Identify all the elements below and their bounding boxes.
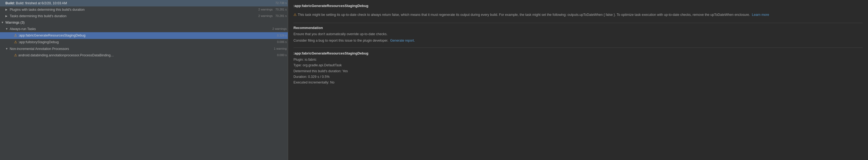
- expander-tasks: ▶: [5, 14, 10, 18]
- expander-always-run: ▼: [5, 27, 10, 31]
- fullstory-label: :app:fullstoryStagingDebug: [18, 39, 274, 45]
- main-container: Build: Build: finished at 6/2/20, 10:03 …: [0, 0, 868, 160]
- tasks-duration: 70.281 s: [273, 14, 287, 18]
- expander-plugins: ▶: [5, 7, 10, 12]
- fabric-generate-label: :app:fabricGenerateResourcesStagingDebug: [18, 33, 274, 38]
- warnings-row[interactable]: ▼ Warnings (3): [0, 19, 288, 26]
- detail-executed: Executed incrementally: No: [293, 80, 863, 85]
- databinding-duration: 0.000 s: [274, 53, 287, 58]
- rec-line-2: Consider filing a bug to report this iss…: [293, 38, 863, 43]
- expander-warnings: ▼: [1, 21, 5, 25]
- always-run-label: Always-run Tasks: [10, 26, 271, 32]
- build-header-label: Build: Build: finished at 6/2/20, 10:03 …: [5, 1, 273, 6]
- detail-duration: Duration: 0.329 s / 0.5%: [293, 74, 863, 80]
- warning-text-block: This task might be setting its up-to-dat…: [298, 12, 863, 18]
- detail-section: :app:fabricGenerateResourcesStagingDebug…: [293, 50, 863, 85]
- tasks-determining-row[interactable]: ▶ Tasks determining this build's duratio…: [0, 13, 288, 19]
- task-title-section: :app:fabricGenerateResourcesStagingDebug: [293, 4, 863, 8]
- plugins-tasks-label: Plugins with tasks determining this buil…: [10, 7, 257, 12]
- generate-report-link[interactable]: Generate report.: [390, 39, 415, 42]
- tasks-badge: 2 warnings: [258, 14, 273, 18]
- plugins-tasks-row[interactable]: ▶ Plugins with tasks determining this bu…: [0, 6, 288, 13]
- non-incremental-row[interactable]: ▼ Non-incremental Annotation Processors …: [0, 46, 288, 52]
- recommendation-title: Recommendation: [293, 26, 863, 30]
- build-header-row[interactable]: Build: Build: finished at 6/2/20, 10:03 …: [0, 0, 288, 6]
- warning-section: ⚠ This task might be setting its up-to-d…: [293, 12, 863, 18]
- expander-non-incremental: ▼: [5, 47, 10, 51]
- warning-icon-fullstory: ⚠: [14, 39, 17, 45]
- databinding-row[interactable]: ⚠ android.databinding.annotationprocesso…: [0, 52, 288, 59]
- divider-2: [293, 47, 863, 48]
- always-run-row[interactable]: ▼ Always-run Tasks 2 warnings: [0, 26, 288, 32]
- right-panel: :app:fabricGenerateResourcesStagingDebug…: [288, 0, 868, 160]
- detail-title: :app:fabricGenerateResourcesStagingDebug: [293, 50, 863, 56]
- plugins-badge: 2 warnings: [258, 7, 273, 12]
- warning-icon-fabric: ⚠: [14, 33, 17, 38]
- rec-line-1: Ensure that you don't automatically over…: [293, 31, 863, 37]
- fullstory-duration: 0.006 s: [274, 40, 287, 45]
- warning-message: This task might be setting its up-to-dat…: [298, 12, 863, 17]
- detail-plugin: Plugin: io.fabric: [293, 57, 863, 63]
- learn-more-link[interactable]: Learn more: [752, 13, 769, 17]
- detail-type: Type: org.gradle.api.DefaultTask: [293, 63, 863, 68]
- fullstory-row[interactable]: ⚠ :app:fullstoryStagingDebug 0.006 s: [0, 39, 288, 46]
- databinding-label: android.databinding.annotationprocessor.…: [18, 53, 274, 58]
- build-duration: 72.738 s: [273, 1, 287, 6]
- non-incremental-label: Non-incremental Annotation Processors: [10, 46, 272, 51]
- divider-1: [293, 23, 863, 23]
- warning-icon-right: ⚠: [293, 13, 297, 17]
- always-run-badge: 2 warnings: [273, 27, 287, 31]
- fabric-duration: 0.329 s: [274, 33, 287, 38]
- plugins-duration: 70.281 s: [273, 7, 287, 12]
- detail-determined: Determined this build's duration: Yes: [293, 69, 863, 74]
- fabric-generate-row[interactable]: ⚠ :app:fabricGenerateResourcesStagingDeb…: [0, 32, 288, 39]
- tasks-determining-label: Tasks determining this build's duration: [10, 13, 257, 19]
- task-title: :app:fabricGenerateResourcesStagingDebug: [293, 4, 863, 8]
- warnings-label: Warnings (3): [5, 20, 287, 25]
- left-panel: Build: Build: finished at 6/2/20, 10:03 …: [0, 0, 288, 160]
- recommendation-section: Recommendation Ensure that you don't aut…: [293, 26, 863, 43]
- warning-icon-databinding: ⚠: [14, 53, 17, 58]
- non-incremental-badge: 1 warning: [274, 46, 287, 51]
